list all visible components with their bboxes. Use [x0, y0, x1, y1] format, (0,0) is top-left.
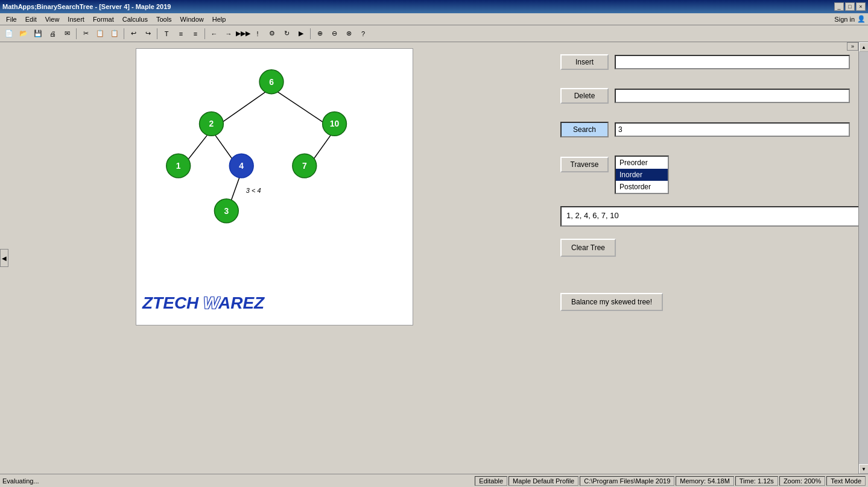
traverse-section: Traverse Preorder Inorder Postorder — [560, 156, 850, 194]
tree-canvas: 6 2 10 1 4 7 3 < 4 3 — [136, 48, 413, 325]
menu-view[interactable]: View — [42, 14, 63, 24]
menu-edit[interactable]: Edit — [22, 14, 40, 24]
delete-button[interactable]: Delete — [560, 88, 609, 104]
tree-svg: 6 2 10 1 4 7 3 < 4 3 — [136, 49, 413, 325]
title-bar: MathApps;BinarySearchTree - [Server 4] -… — [0, 0, 868, 13]
window-title: MathApps;BinarySearchTree - [Server 4] -… — [2, 3, 171, 10]
tree-annotation: 3 < 4 — [246, 187, 261, 194]
balance-row: Balance my skewed tree! — [560, 293, 850, 311]
tb-settings[interactable]: ⚙ — [265, 27, 279, 40]
signin-area[interactable]: Sign in 👤 — [834, 15, 866, 23]
tb-redo[interactable]: ↪ — [141, 27, 154, 40]
tb-right[interactable]: → — [222, 27, 235, 40]
tb-print[interactable]: 🖨 — [46, 27, 59, 40]
main-content: ◀ 6 2 10 — [0, 42, 868, 474]
scroll-down-arrow[interactable]: ▼ — [859, 464, 868, 474]
tb-save[interactable]: 💾 — [31, 27, 45, 40]
insert-button[interactable]: Insert — [560, 54, 609, 70]
status-evaluating: Evaluating... — [2, 477, 474, 485]
tb-zoom-fit[interactable]: ⊗ — [342, 27, 355, 40]
delete-row: Delete — [560, 88, 850, 104]
balance-button[interactable]: Balance my skewed tree! — [560, 293, 663, 311]
tb-outdent[interactable]: ≡ — [189, 27, 202, 40]
menu-tools[interactable]: Tools — [153, 14, 176, 24]
status-profile: Maple Default Profile — [508, 476, 578, 486]
insert-row: Insert — [560, 54, 850, 70]
signin-label[interactable]: Sign in — [834, 16, 855, 23]
traverse-button[interactable]: Traverse — [560, 157, 609, 172]
tb-help[interactable]: ? — [356, 27, 370, 40]
svg-text:3: 3 — [224, 206, 229, 216]
tree-panel: 6 2 10 1 4 7 3 < 4 3 — [0, 42, 542, 474]
maximize-button[interactable]: □ — [845, 2, 855, 11]
tb-run[interactable]: ▶ — [294, 27, 308, 40]
clear-tree-button[interactable]: Clear Tree — [560, 239, 616, 257]
status-time: Time: 1.12s — [735, 476, 778, 486]
search-input[interactable] — [615, 122, 850, 137]
delete-input[interactable] — [615, 89, 850, 103]
scroll-up-arrow[interactable]: ▲ — [859, 42, 868, 52]
status-mode: Text Mode — [826, 476, 866, 486]
tb-new[interactable]: 📄 — [2, 27, 16, 40]
traverse-option-inorder[interactable]: Inorder — [616, 169, 668, 181]
top-collapse-arrows[interactable]: » — [847, 42, 858, 51]
menu-format[interactable]: Format — [89, 14, 118, 24]
tb-text[interactable]: T — [160, 27, 173, 40]
toolbar-separator-3 — [157, 28, 157, 39]
insert-input[interactable] — [615, 55, 850, 69]
tb-indent[interactable]: ≡ — [174, 27, 188, 40]
traverse-listbox[interactable]: Preorder Inorder Postorder — [615, 156, 669, 194]
user-icon: 👤 — [857, 15, 866, 23]
search-row: Search — [560, 122, 850, 137]
tb-execute[interactable]: ▶▶▶ — [236, 27, 250, 40]
scroll-track[interactable] — [859, 52, 868, 464]
svg-text:7: 7 — [302, 161, 307, 171]
menu-bar: File Edit View Insert Format Calculus To… — [0, 13, 868, 25]
menu-help[interactable]: Help — [209, 14, 230, 24]
status-editable: Editable — [475, 476, 507, 486]
minimize-button[interactable]: _ — [834, 2, 844, 11]
window-controls[interactable]: _ □ × — [834, 2, 866, 11]
tb-email[interactable]: ✉ — [60, 27, 74, 40]
traverse-option-postorder[interactable]: Postorder — [616, 181, 668, 193]
status-path: C:\Program Files\Maple 2019 — [580, 476, 674, 486]
tb-cut[interactable]: ✂ — [79, 27, 92, 40]
status-bar: Evaluating... Editable Maple Default Pro… — [0, 474, 868, 487]
left-collapse-arrow[interactable]: ◀ — [0, 249, 8, 267]
svg-text:2: 2 — [209, 119, 214, 128]
tb-zoom-out[interactable]: ⊖ — [328, 27, 341, 40]
tb-zoom-in[interactable]: ⊕ — [313, 27, 326, 40]
menu-insert[interactable]: Insert — [64, 14, 88, 24]
tb-left[interactable]: ← — [207, 27, 221, 40]
svg-text:6: 6 — [269, 77, 274, 87]
svg-text:10: 10 — [330, 119, 340, 128]
menu-calculus[interactable]: Calculus — [119, 14, 151, 24]
tb-undo[interactable]: ↩ — [127, 27, 140, 40]
status-zoom: Zoom: 200% — [779, 476, 825, 486]
tb-paste[interactable]: 📋 — [108, 27, 121, 40]
svg-text:1: 1 — [176, 161, 181, 171]
menu-file[interactable]: File — [2, 14, 21, 24]
traverse-option-preorder[interactable]: Preorder — [616, 157, 668, 169]
traverse-output: 1, 2, 4, 6, 7, 10 — [560, 206, 868, 227]
tb-refresh[interactable]: ↻ — [280, 27, 293, 40]
menu-window[interactable]: Window — [177, 14, 207, 24]
close-button[interactable]: × — [856, 2, 866, 11]
clear-tree-row: Clear Tree — [560, 239, 850, 275]
toolbar-separator-2 — [124, 28, 124, 39]
toolbar: 📄 📂 💾 🖨 ✉ ✂ 📋 📋 ↩ ↪ T ≡ ≡ ← → ▶▶▶ ! ⚙ ↻ … — [0, 25, 868, 42]
tb-copy[interactable]: 📋 — [93, 27, 107, 40]
toolbar-separator-5 — [310, 28, 311, 39]
right-scrollbar: ▲ ▼ — [858, 42, 868, 474]
status-memory: Memory: 54.18M — [676, 476, 734, 486]
svg-text:4: 4 — [239, 161, 244, 171]
toolbar-separator-4 — [204, 28, 205, 39]
toolbar-separator-1 — [76, 28, 77, 39]
search-button[interactable]: Search — [560, 122, 609, 137]
tb-open[interactable]: 📂 — [17, 27, 30, 40]
controls-panel: Insert Delete Search Traverse Preorder I… — [542, 42, 868, 474]
tb-stop[interactable]: ! — [251, 27, 264, 40]
